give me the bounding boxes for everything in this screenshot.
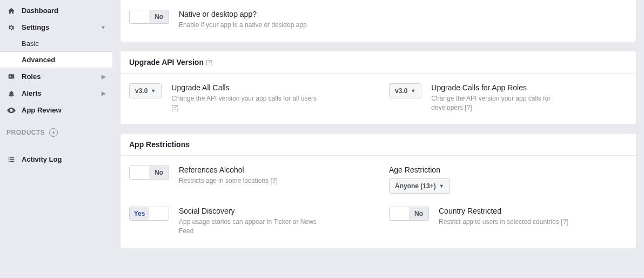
caret-down-icon: ▼ — [439, 183, 444, 189]
sidebar-item-activity-log[interactable]: Activity Log — [0, 151, 112, 168]
roles-icon — [6, 73, 16, 81]
sidebar-item-app-review[interactable]: App Review — [0, 102, 112, 118]
nav-label: Activity Log — [22, 155, 62, 163]
chevron-down-icon: ▼ — [100, 24, 106, 30]
country-restricted-toggle[interactable]: No — [389, 207, 429, 221]
svg-rect-9 — [10, 161, 15, 162]
card-header: App Restrictions — [120, 134, 636, 156]
sidebar-sub-advanced[interactable]: Advanced — [0, 51, 112, 68]
native-app-card: No Native or desktop app? Enable if your… — [120, 0, 636, 42]
header-title: App Restrictions — [129, 140, 190, 149]
svg-rect-5 — [10, 157, 15, 158]
card-header: Upgrade API Version [?] — [120, 51, 636, 74]
nav-label: Dashboard — [22, 6, 58, 15]
header-title: Upgrade API Version — [129, 58, 204, 67]
country-desc: Restrict app to users in selected countr… — [439, 217, 568, 227]
nav-label: Advanced — [22, 56, 55, 64]
age-title: Age Restriction — [389, 166, 450, 174]
svg-rect-4 — [9, 157, 10, 158]
add-product-icon[interactable]: + — [49, 128, 58, 137]
toggle-no-label: No — [149, 10, 169, 23]
nav-label: App Review — [22, 106, 62, 114]
chevron-right-icon: ▶ — [102, 90, 106, 96]
nav-label: Basic — [22, 39, 39, 48]
native-app-title: Native or desktop app? — [179, 10, 307, 18]
bell-icon — [6, 90, 16, 97]
select-value: v3.0 — [135, 87, 147, 95]
sidebar-item-roles[interactable]: Roles ▶ — [0, 68, 112, 85]
select-value: Anyone (13+) — [395, 182, 436, 190]
label-text: PRODUCTS — [6, 129, 45, 136]
svg-rect-6 — [9, 159, 10, 160]
nav-label: Settings — [22, 23, 49, 31]
gear-icon — [6, 24, 16, 31]
home-icon — [6, 7, 16, 15]
chevron-right-icon: ▶ — [102, 74, 106, 80]
sidebar-item-dashboard[interactable]: Dashboard — [0, 2, 112, 19]
eye-icon — [6, 107, 16, 114]
sidebar: Dashboard Settings ▼ Basic Advanced Role… — [0, 0, 112, 278]
upgrade-all-desc: Change the API version your app calls fo… — [171, 94, 323, 112]
sidebar-item-settings[interactable]: Settings ▼ — [0, 19, 112, 36]
app-restrictions-card: App Restrictions No References Alcohol R… — [120, 133, 636, 248]
upgrade-roles-title: Upgrade Calls for App Roles — [431, 83, 582, 92]
upgrade-all-version-select[interactable]: v3.0 ▼ — [129, 83, 162, 98]
upgrade-roles-desc: Change the API version your app calls fo… — [431, 94, 582, 112]
svg-rect-7 — [10, 159, 15, 160]
alcohol-title: References Alcohol — [179, 166, 278, 174]
toggle-no-label: No — [409, 207, 428, 220]
list-icon — [6, 156, 16, 163]
toggle-no-label: No — [149, 166, 169, 179]
svg-rect-3 — [12, 77, 14, 77]
age-restriction-select[interactable]: Anyone (13+) ▼ — [389, 178, 450, 194]
native-app-desc: Enable if your app is a native or deskto… — [179, 21, 307, 30]
toggle-yes-label: Yes — [130, 207, 149, 220]
nav-label: Alerts — [22, 89, 42, 97]
main-content: No Native or desktop app? Enable if your… — [112, 0, 644, 278]
alcohol-toggle[interactable]: No — [129, 166, 169, 180]
alcohol-desc: Restricts age in some locations [?] — [179, 176, 278, 186]
social-desc: App usage stories can appear in Ticker o… — [179, 217, 330, 236]
sidebar-sub-basic[interactable]: Basic — [0, 36, 112, 51]
upgrade-all-title: Upgrade All Calls — [171, 83, 323, 92]
upgrade-api-card: Upgrade API Version [?] v3.0 ▼ Upgrade A… — [120, 51, 636, 125]
products-section-label: PRODUCTS + — [0, 118, 112, 140]
upgrade-roles-version-select[interactable]: v3.0 ▼ — [389, 83, 421, 98]
country-title: Country Restricted — [439, 207, 568, 215]
svg-rect-2 — [12, 76, 14, 76]
native-app-toggle[interactable]: No — [129, 10, 169, 24]
select-value: v3.0 — [395, 87, 407, 95]
nav-label: Roles — [22, 72, 41, 81]
caret-down-icon: ▼ — [411, 88, 415, 94]
social-discovery-toggle[interactable]: Yes — [129, 207, 169, 221]
sidebar-item-alerts[interactable]: Alerts ▶ — [0, 85, 112, 102]
help-icon[interactable]: [?] — [206, 59, 212, 65]
svg-point-1 — [10, 76, 11, 77]
svg-rect-0 — [9, 74, 15, 78]
svg-rect-8 — [9, 161, 10, 162]
caret-down-icon: ▼ — [151, 88, 156, 94]
social-title: Social Discovery — [179, 207, 330, 215]
